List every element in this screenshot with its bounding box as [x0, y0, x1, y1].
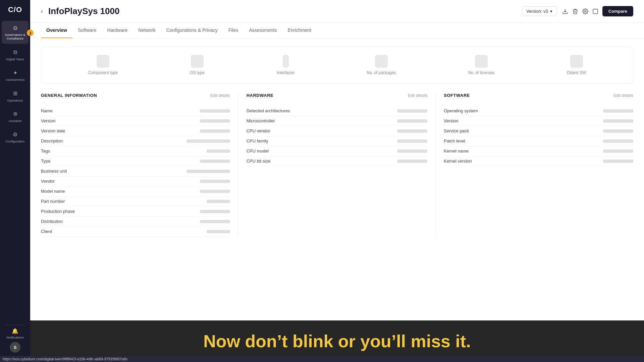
field-row: CPU bit size	[247, 156, 428, 166]
sidebar-item-configuration[interactable]: ⚙ Configuration	[2, 127, 29, 146]
field-row: Description	[41, 136, 230, 146]
overview-content: Component type OS type Interfaces No. of…	[30, 39, 644, 362]
sidebar-divider	[6, 325, 24, 325]
sidebar-item-governance[interactable]: ⊙ Governance & Compliance	[2, 21, 29, 44]
field-row: Operating system	[444, 106, 633, 116]
field-label: Vendor	[41, 179, 81, 184]
field-label: Version	[444, 118, 484, 123]
tab-files[interactable]: Files	[223, 23, 244, 38]
field-value-placeholder	[207, 230, 230, 233]
delete-button[interactable]	[572, 8, 578, 14]
field-row: Type	[41, 156, 230, 166]
compare-button[interactable]: Compare	[602, 6, 633, 16]
field-value-placeholder	[200, 220, 230, 223]
tab-hardware[interactable]: Hardware	[102, 23, 133, 38]
assessments-icon: ✦	[11, 69, 19, 76]
user-avatar[interactable]: S	[10, 342, 20, 353]
governance-icon: ⊙	[11, 24, 19, 32]
sidebar-item-assistant[interactable]: ⊛ Assistant	[2, 107, 29, 126]
tabs-nav: Overview Software Hardware Network Confi…	[30, 23, 644, 39]
field-row: CPU model	[247, 146, 428, 156]
sidebar: C/O ❯ ⊙ Governance & Compliance ⧉ Digita…	[0, 0, 30, 362]
sidebar-item-digital-twins[interactable]: ⧉ Digital Twins	[2, 45, 29, 64]
stat-label: Component type	[88, 70, 118, 75]
notifications-nav-item[interactable]: 🔔 Notifications	[6, 328, 24, 339]
field-label: Name	[41, 108, 81, 113]
sidebar-nav: ⊙ Governance & Compliance ⧉ Digital Twin…	[0, 21, 30, 322]
tab-configurations[interactable]: Configurations & Privacy	[161, 23, 223, 38]
field-row: Model name	[41, 186, 230, 196]
stat-label: Interfaces	[277, 70, 294, 75]
field-value-placeholder	[200, 190, 230, 193]
field-value-placeholder	[200, 119, 230, 123]
field-label: Detected architectures	[247, 108, 290, 113]
tab-network[interactable]: Network	[133, 23, 161, 38]
hardware-fields-list: Detected architecturesMicrocontrollerCPU…	[247, 106, 428, 166]
stat-label: No. of licenses	[468, 70, 495, 75]
stat-interfaces: Interfaces	[277, 55, 294, 75]
sidebar-toggle[interactable]: ❯	[27, 29, 34, 36]
field-value-placeholder	[200, 109, 230, 113]
tab-overview[interactable]: Overview	[41, 23, 72, 38]
field-row: CPU family	[247, 136, 428, 146]
general-info-edit[interactable]: Edit details	[210, 93, 230, 98]
field-label: Distribution	[41, 219, 81, 224]
field-row: Patch level	[444, 136, 633, 146]
sidebar-item-label: Assistant	[9, 119, 22, 123]
download-button[interactable]	[562, 8, 568, 14]
os-type-icon-box	[191, 55, 204, 68]
field-label: Type	[41, 159, 81, 164]
back-button[interactable]: ‹	[41, 8, 43, 15]
operations-icon: ⊞	[11, 90, 19, 97]
field-value-placeholder	[603, 109, 633, 113]
overlay-text: Now don’t blink or you’ll miss it.	[203, 331, 471, 351]
field-value-placeholder	[200, 160, 230, 163]
page-header: ‹ InfoPlaySys 1000 Version: v3 ▾ Compare	[30, 0, 644, 23]
version-chevron-icon: ▾	[550, 9, 552, 14]
software-title: SOFTWARE	[444, 93, 470, 98]
sidebar-item-label: Digital Twins	[6, 57, 24, 61]
sidebar-item-assessments[interactable]: ✦ Assessments	[2, 66, 29, 85]
software-edit[interactable]: Edit details	[613, 93, 633, 98]
sidebar-item-label: Configuration	[6, 139, 25, 143]
expand-button[interactable]	[592, 8, 598, 14]
field-row: Microcontroller	[247, 116, 428, 126]
stat-label: OS type	[190, 70, 204, 75]
field-row: Vendor	[41, 176, 230, 186]
tab-enrichment[interactable]: Enrichment	[282, 23, 317, 38]
hardware-edit[interactable]: Edit details	[408, 93, 428, 98]
field-row: Detected architectures	[247, 106, 428, 116]
field-row: Version date	[41, 126, 230, 136]
url-bar: https://sos.cybellum.com/digital-twin/9f…	[0, 356, 644, 362]
component-type-icon-box	[97, 55, 109, 68]
field-label: Model name	[41, 189, 81, 194]
field-label: Part number	[41, 199, 81, 204]
oldest-sw-icon-box	[570, 55, 583, 68]
field-label: Service pack	[444, 128, 484, 133]
field-row: Kernel name	[444, 146, 633, 156]
general-info-title: GENERAL INFORMATION	[41, 93, 97, 98]
page-title: InfoPlaySys 1000	[48, 6, 517, 16]
packages-icon-box	[375, 55, 388, 68]
field-row: Kernel version	[444, 156, 633, 166]
settings-button[interactable]	[582, 8, 588, 14]
hardware-section: HARDWARE Edit details Detected architect…	[238, 93, 436, 237]
tab-software[interactable]: Software	[72, 23, 102, 38]
hardware-title: HARDWARE	[247, 93, 274, 98]
stat-component-type: Component type	[88, 55, 118, 75]
field-value-placeholder	[397, 129, 427, 133]
tab-assessments[interactable]: Assessments	[244, 23, 282, 38]
sidebar-item-operations[interactable]: ⊞ Operations	[2, 86, 29, 106]
stat-label: No. of packages	[367, 70, 396, 75]
general-info-header: GENERAL INFORMATION Edit details	[41, 93, 230, 101]
stat-label: Oldest SW	[567, 70, 586, 75]
field-row: Name	[41, 106, 230, 116]
configuration-icon: ⚙	[11, 131, 19, 138]
field-row: Client	[41, 227, 230, 237]
notifications-label: Notifications	[6, 336, 24, 339]
field-value-placeholder	[397, 139, 427, 143]
field-row: CPU vendor	[247, 126, 428, 136]
svg-rect-2	[593, 9, 598, 14]
field-label: CPU model	[247, 148, 287, 154]
version-dropdown[interactable]: Version: v3 ▾	[522, 6, 556, 16]
